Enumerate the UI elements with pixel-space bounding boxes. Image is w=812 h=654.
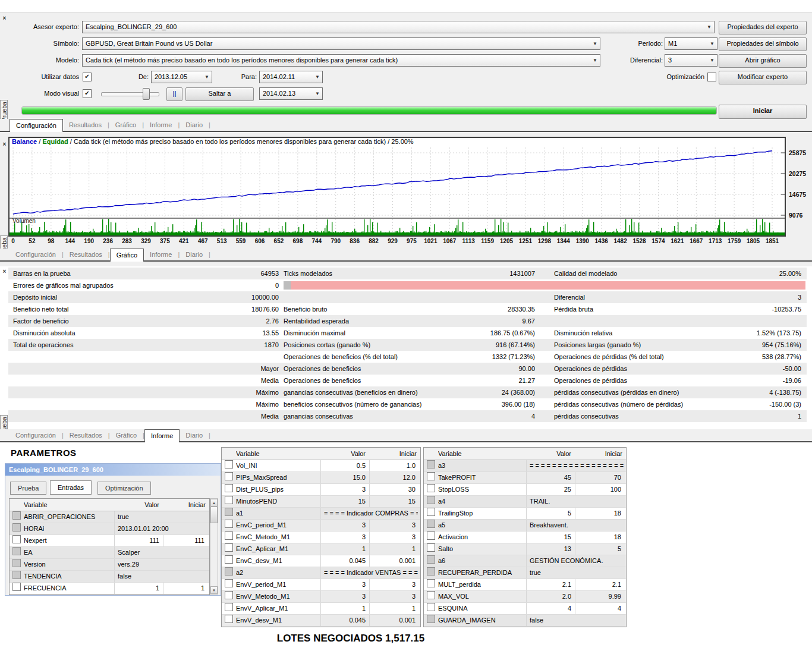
visual-speed-slider-thumb[interactable]	[143, 88, 150, 100]
param-value: 15	[526, 532, 571, 543]
model-combo[interactable]: Cada tick (el método más preciso basado …	[82, 54, 600, 67]
tab-resultados[interactable]: Resultados	[64, 249, 108, 260]
tab-resultados[interactable]: Resultados	[64, 429, 108, 441]
optimize-checkbox[interactable]	[225, 508, 233, 516]
optimize-checkbox[interactable]	[12, 583, 21, 591]
chevron-down-icon[interactable]: ▼	[315, 88, 320, 99]
open-chart-button[interactable]: Abrir gráfico	[719, 54, 807, 68]
tab-diario[interactable]: Diario	[180, 249, 209, 260]
optimize-checkbox[interactable]	[225, 496, 233, 504]
optimize-checkbox[interactable]	[12, 559, 21, 567]
optimize-checkbox[interactable]	[427, 579, 435, 587]
optimize-checkbox[interactable]	[225, 532, 233, 540]
optimize-checkbox[interactable]	[427, 567, 435, 576]
optimize-checkbox[interactable]	[225, 579, 233, 587]
optimize-checkbox[interactable]	[427, 484, 435, 492]
optimize-checkbox[interactable]	[225, 520, 233, 528]
optimize-checkbox[interactable]	[427, 472, 435, 480]
optimize-checkbox[interactable]	[225, 615, 233, 623]
symbol-combo[interactable]: GBPUSD, Great Britain Pound vs US Dollar…	[82, 37, 600, 50]
tab-diario[interactable]: Diario	[180, 429, 209, 441]
tab-configuración[interactable]: Configuración	[10, 119, 63, 132]
scroll-up-icon[interactable]: ▲	[210, 499, 218, 507]
optimize-checkbox[interactable]	[427, 591, 435, 599]
modify-expert-button[interactable]: Modificar experto	[719, 71, 807, 84]
optimize-checkbox[interactable]	[12, 535, 21, 543]
inputs-scrollbar[interactable]: ▲ ▼	[210, 498, 218, 595]
optimize-checkbox[interactable]	[427, 508, 435, 516]
chevron-down-icon[interactable]: ▼	[593, 55, 597, 66]
x-tick-label: 929	[388, 238, 398, 244]
from-date-combo[interactable]: 2013.12.05 ▼	[151, 71, 212, 83]
spread-combo[interactable]: 3 ▼	[665, 54, 717, 67]
period-combo[interactable]: M1 ▼	[665, 37, 717, 50]
optimize-checkbox[interactable]	[225, 591, 233, 599]
tab-configuración[interactable]: Configuración	[10, 429, 62, 441]
optimization-checkbox[interactable]	[707, 73, 716, 81]
chevron-down-icon[interactable]: ▼	[315, 71, 320, 83]
x-tick-label: 1436	[595, 238, 608, 244]
tab-gráfico[interactable]: Gráfico	[109, 119, 142, 131]
to-date-combo[interactable]: 2014.02.11 ▼	[259, 71, 323, 83]
chevron-down-icon[interactable]: ▼	[593, 38, 597, 49]
x-tick-label: 375	[160, 238, 170, 244]
optimize-checkbox[interactable]	[12, 547, 21, 555]
optimize-checkbox[interactable]	[427, 603, 435, 611]
optimize-checkbox[interactable]	[225, 484, 233, 492]
scrollbar-thumb[interactable]	[210, 507, 218, 523]
optimize-checkbox[interactable]	[427, 520, 435, 528]
chevron-down-icon[interactable]: ▼	[710, 38, 715, 49]
optimize-checkbox[interactable]	[225, 567, 233, 576]
optimize-checkbox[interactable]	[225, 555, 233, 564]
scroll-down-icon[interactable]: ▼	[210, 586, 218, 594]
optimize-checkbox[interactable]	[225, 460, 233, 469]
expert-inputs-title: Escalping_BOLINGER_29_600	[5, 464, 221, 476]
optimize-checkbox[interactable]	[427, 555, 435, 564]
report-value: 90.00	[424, 363, 535, 375]
visual-mode-checkbox[interactable]: ✔	[83, 89, 92, 98]
visual-speed-slider[interactable]	[101, 92, 159, 96]
tab-informe[interactable]: Informe	[144, 119, 178, 131]
tab-diario[interactable]: Diario	[180, 119, 209, 131]
optimize-checkbox[interactable]	[427, 496, 435, 504]
optimize-checkbox[interactable]	[225, 472, 233, 480]
tab-resultados[interactable]: Resultados	[63, 119, 108, 131]
optimize-checkbox[interactable]	[427, 532, 435, 540]
tab-gráfico[interactable]: Gráfico	[110, 429, 143, 441]
x-tick-label: 698	[293, 238, 303, 244]
optimize-checkbox[interactable]	[427, 615, 435, 623]
tab-informe[interactable]: Informe	[144, 429, 180, 442]
close-icon[interactable]: ×	[1, 269, 8, 275]
expert-combo[interactable]: Escalping_BOLINGER_29_600 ▼	[82, 21, 715, 33]
pause-button[interactable]: ||	[166, 87, 182, 101]
inputs-tab-prueba[interactable]: Prueba	[10, 482, 46, 495]
skip-date-combo[interactable]: 2014.02.13 ▼	[259, 87, 323, 100]
column-divider	[526, 508, 527, 519]
chevron-down-icon[interactable]: ▼	[710, 55, 715, 66]
chevron-down-icon[interactable]: ▼	[204, 71, 209, 83]
inputs-tab-optimización[interactable]: Optimización	[97, 482, 151, 495]
use-dates-checkbox[interactable]: ✔	[83, 73, 92, 81]
symbol-properties-button[interactable]: Propiedades del símbolo	[719, 37, 807, 51]
optimize-checkbox[interactable]	[12, 571, 21, 579]
tab-gráfico[interactable]: Gráfico	[110, 249, 144, 262]
tab-informe[interactable]: Informe	[144, 249, 178, 260]
param-row-StopLOSS: StopLOSS25100	[424, 484, 626, 496]
optimize-checkbox[interactable]	[427, 460, 435, 469]
chevron-down-icon[interactable]: ▼	[707, 21, 712, 33]
skip-to-button[interactable]: Saltar a	[185, 87, 254, 101]
x-tick-label: 1390	[576, 238, 589, 244]
inputs-tab-entradas[interactable]: Entradas	[50, 480, 92, 495]
close-icon[interactable]: ×	[1, 142, 8, 148]
optimize-checkbox[interactable]	[225, 603, 233, 611]
optimize-checkbox[interactable]	[225, 543, 233, 552]
optimize-checkbox[interactable]	[427, 543, 435, 552]
param-start-value: 9.99	[575, 591, 621, 602]
optimize-checkbox[interactable]	[12, 511, 21, 520]
start-button[interactable]: Iniciar	[719, 105, 807, 119]
x-tick-label: 1713	[709, 238, 722, 244]
optimize-checkbox[interactable]	[12, 523, 21, 532]
tab-configuración[interactable]: Configuración	[10, 249, 62, 260]
expert-properties-button[interactable]: Propiedades del experto	[719, 21, 807, 34]
y-tick-label: 20275	[789, 170, 806, 177]
